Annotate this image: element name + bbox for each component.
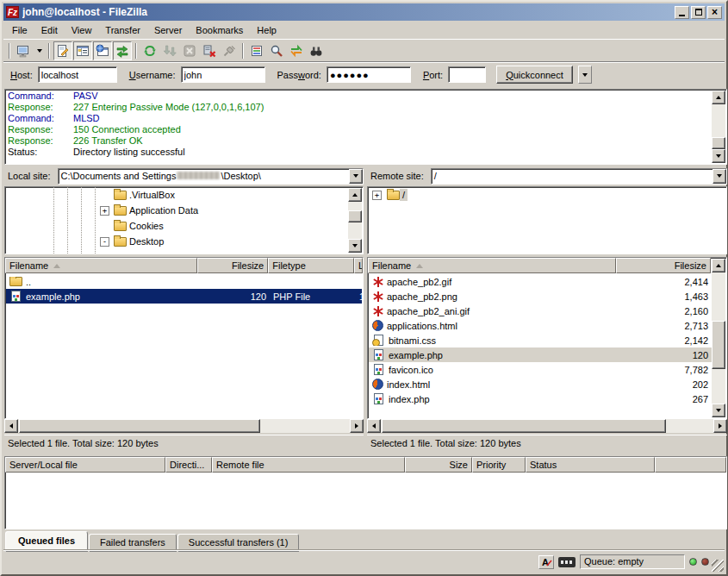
column-header-priority[interactable]: Priority — [472, 457, 526, 473]
quickconnect-button[interactable]: Quickconnect — [496, 66, 573, 84]
encryption-indicator-icon[interactable] — [558, 557, 576, 567]
scroll-left-button[interactable] — [367, 419, 381, 433]
tab-successful-transfers[interactable]: Successful transfers (1) — [177, 534, 300, 552]
scroll-right-button[interactable] — [350, 419, 364, 433]
file-row[interactable]: apache_pb2_ani.gif2,160 — [369, 304, 712, 318]
file-row[interactable]: bitnami.css2,142 — [369, 333, 712, 347]
remote-site-combobox[interactable]: / — [431, 168, 727, 185]
column-header-filetype[interactable]: Filetype — [268, 258, 354, 273]
scroll-thumb[interactable] — [348, 210, 362, 222]
remote-site-dropdown-button[interactable] — [712, 169, 726, 184]
image-file-icon — [372, 305, 383, 316]
tree-item[interactable]: + / — [368, 187, 726, 203]
scroll-down-button[interactable] — [348, 239, 362, 253]
minimize-button[interactable] — [675, 6, 689, 19]
scroll-thumb[interactable] — [712, 321, 725, 369]
scroll-up-button[interactable] — [712, 91, 725, 104]
column-header-size[interactable]: Size — [405, 457, 472, 473]
toggle-message-log-button[interactable] — [53, 41, 72, 60]
disconnect-button[interactable] — [200, 41, 219, 60]
tab-failed-transfers[interactable]: Failed transfers — [89, 534, 177, 552]
menu-bookmarks[interactable]: Bookmarks — [189, 23, 250, 37]
menu-view[interactable]: View — [65, 23, 99, 37]
column-header-filesize[interactable]: Filesize — [616, 258, 711, 273]
menu-help[interactable]: Help — [250, 23, 283, 37]
toggle-local-tree-button[interactable] — [73, 41, 92, 60]
file-row[interactable]: apache_pb2.gif2,414 — [369, 274, 712, 289]
file-row[interactable]: applications.html2,713 — [369, 318, 712, 333]
close-button[interactable]: × — [707, 6, 722, 19]
tree-item[interactable]: - Desktop — [5, 234, 363, 249]
local-tree-scrollbar[interactable] — [348, 188, 362, 253]
find-files-button[interactable] — [307, 41, 326, 60]
quickconnect-dropdown-button[interactable] — [578, 66, 592, 84]
file-row[interactable]: index.php267 — [369, 391, 712, 406]
resize-grip[interactable] — [712, 560, 724, 572]
scroll-up-button[interactable] — [712, 259, 725, 272]
column-header-last-modified[interactable]: L — [354, 258, 363, 273]
scroll-thumb[interactable] — [712, 137, 725, 149]
menu-server[interactable]: Server — [147, 23, 189, 37]
scroll-thumb[interactable] — [382, 419, 666, 433]
file-row[interactable]: index.html202 — [369, 377, 712, 391]
toggle-transfer-queue-button[interactable] — [113, 41, 132, 60]
local-site-dropdown-button[interactable] — [349, 169, 363, 184]
port-input[interactable] — [448, 66, 486, 83]
site-manager-dropdown-button[interactable] — [34, 41, 45, 60]
filter-button[interactable] — [247, 41, 266, 60]
chevron-down-icon — [717, 174, 722, 178]
arrow-left-icon — [372, 423, 376, 429]
scroll-right-button[interactable] — [713, 419, 727, 433]
host-input[interactable] — [38, 66, 117, 83]
maximize-button[interactable] — [691, 6, 706, 19]
refresh-button[interactable] — [140, 41, 159, 60]
column-header-remote-file[interactable]: Remote file — [212, 457, 405, 473]
reconnect-button[interactable] — [220, 41, 239, 60]
tree-item[interactable]: Cookies — [5, 218, 363, 234]
menu-transfer[interactable]: Transfer — [98, 23, 147, 37]
column-header-direction[interactable]: Directi... — [165, 457, 212, 473]
column-header-filesize[interactable]: Filesize — [197, 258, 268, 273]
scroll-thumb[interactable] — [19, 419, 260, 433]
menu-file[interactable]: File — [5, 23, 34, 37]
toggle-remote-tree-button[interactable] — [93, 41, 112, 60]
sort-ascending-icon — [53, 264, 60, 268]
file-row[interactable]: example.php120 — [369, 347, 712, 362]
menu-edit[interactable]: Edit — [34, 23, 65, 37]
site-manager-button[interactable] — [14, 41, 33, 60]
file-row[interactable]: .. — [6, 274, 362, 289]
synchronized-browsing-button[interactable] — [287, 41, 306, 60]
column-header-filename[interactable]: Filename — [5, 258, 197, 273]
file-row[interactable]: example.php 120 PHP File 1 — [6, 289, 362, 304]
column-header-status[interactable]: Status — [526, 457, 655, 473]
tree-item[interactable]: .VirtualBox — [5, 187, 363, 203]
file-row[interactable]: favicon.ico7,782 — [369, 362, 712, 377]
tab-queued-files[interactable]: Queued files — [5, 531, 88, 552]
remote-list-header: Filename Filesize — [368, 258, 726, 273]
remote-site-label: Remote site: — [367, 171, 427, 181]
local-list-hscrollbar[interactable] — [4, 419, 364, 433]
cancel-operation-button[interactable] — [180, 41, 199, 60]
file-row[interactable]: apache_pb2.png1,463 — [369, 289, 712, 304]
username-input[interactable] — [181, 66, 265, 83]
scroll-down-button[interactable] — [712, 404, 725, 417]
expand-icon[interactable]: + — [372, 191, 382, 200]
directory-comparison-button[interactable] — [267, 41, 286, 60]
password-input[interactable] — [327, 66, 411, 83]
local-directory-tree: .VirtualBox + Application Data Cookies -… — [4, 186, 364, 254]
remote-list-scrollbar[interactable] — [712, 259, 725, 417]
title-bar[interactable]: Fz john@localhost - FileZilla × — [3, 3, 725, 21]
collapse-icon[interactable]: - — [100, 237, 109, 247]
scroll-up-button[interactable] — [348, 188, 362, 202]
scroll-left-button[interactable] — [4, 419, 18, 433]
process-queue-button[interactable] — [160, 41, 179, 60]
local-site-combobox[interactable]: C:\Documents and Settings\Desktop\ — [58, 168, 364, 185]
column-header-filename[interactable]: Filename — [368, 258, 616, 273]
log-scrollbar[interactable] — [712, 91, 725, 163]
tree-item[interactable]: + Application Data — [5, 203, 363, 218]
expand-icon[interactable]: + — [100, 206, 109, 216]
remote-list-hscrollbar[interactable] — [367, 419, 727, 433]
column-header-server-local-file[interactable]: Server/Local file — [5, 457, 165, 473]
data-type-indicator-button[interactable]: A — [538, 555, 554, 569]
scroll-down-button[interactable] — [712, 149, 725, 163]
